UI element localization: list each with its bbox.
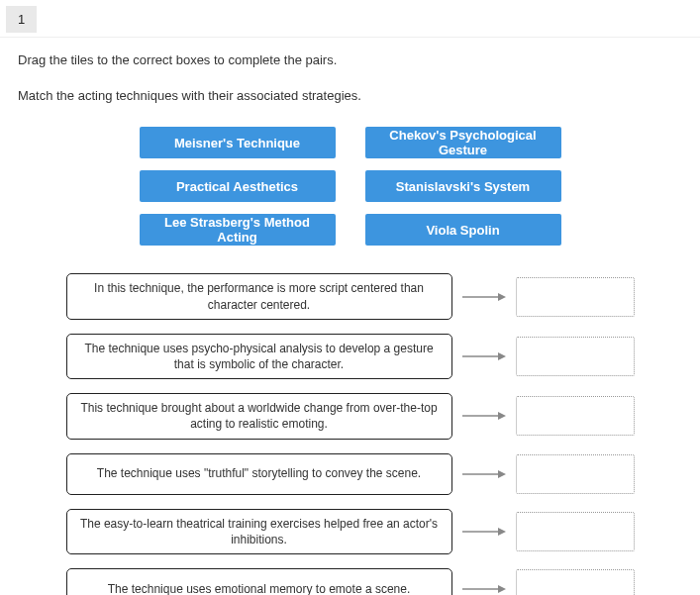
draggable-tile[interactable]: Practical Aesthetics: [140, 170, 336, 202]
svg-marker-9: [498, 528, 506, 536]
tile-bank: Meisner's Technique Chekov's Psychologic…: [0, 127, 700, 246]
match-row: The easy-to-learn theatrical training ex…: [66, 509, 635, 554]
draggable-tile[interactable]: Meisner's Technique: [140, 127, 336, 158]
instruction-secondary: Match the acting techniques with their a…: [18, 87, 682, 105]
match-list: In this technique, the performance is mo…: [0, 273, 700, 595]
match-row: This technique brought about a worldwide…: [66, 393, 635, 439]
question-number-badge: 1: [6, 6, 37, 33]
arrow-right-icon: [462, 468, 506, 480]
svg-marker-5: [498, 412, 506, 420]
drop-target[interactable]: [516, 569, 635, 595]
svg-marker-3: [498, 352, 506, 360]
drop-target[interactable]: [516, 454, 635, 494]
match-row: The technique uses emotional memory to e…: [66, 568, 635, 595]
draggable-tile[interactable]: Viola Spolin: [365, 214, 561, 246]
instruction-primary: Drag the tiles to the correct boxes to c…: [18, 51, 682, 69]
header-divider: [0, 37, 700, 38]
arrow-right-icon: [462, 291, 506, 303]
question-header: 1: [0, 0, 700, 37]
drop-target[interactable]: [516, 277, 635, 317]
arrow-right-icon: [462, 583, 506, 595]
match-row: The technique uses psycho-physical analy…: [66, 334, 635, 379]
description-box: In this technique, the performance is mo…: [66, 273, 452, 319]
drop-target[interactable]: [516, 512, 635, 551]
instructions-block: Drag the tiles to the correct boxes to c…: [0, 51, 700, 105]
description-box: The technique uses "truthful" storytelli…: [66, 453, 452, 495]
svg-marker-1: [498, 293, 506, 301]
arrow-right-icon: [462, 350, 506, 362]
drop-target[interactable]: [516, 337, 635, 376]
arrow-right-icon: [462, 410, 506, 422]
match-row: In this technique, the performance is mo…: [66, 273, 635, 319]
description-box: The technique uses emotional memory to e…: [66, 568, 452, 595]
drop-target[interactable]: [516, 396, 635, 436]
description-box: The easy-to-learn theatrical training ex…: [66, 509, 452, 554]
draggable-tile[interactable]: Stanislavski's System: [365, 170, 561, 202]
tile-row: Meisner's Technique Chekov's Psychologic…: [140, 127, 561, 158]
svg-marker-11: [498, 585, 506, 593]
tile-row: Practical Aesthetics Stanislavski's Syst…: [140, 170, 561, 202]
match-row: The technique uses "truthful" storytelli…: [66, 453, 635, 495]
tile-row: Lee Strasberg's Method Acting Viola Spol…: [140, 214, 561, 246]
svg-marker-7: [498, 470, 506, 478]
arrow-right-icon: [462, 526, 506, 538]
description-box: The technique uses psycho-physical analy…: [66, 334, 452, 379]
description-box: This technique brought about a worldwide…: [66, 393, 452, 439]
draggable-tile[interactable]: Chekov's Psychological Gesture: [365, 127, 561, 158]
draggable-tile[interactable]: Lee Strasberg's Method Acting: [140, 214, 336, 246]
